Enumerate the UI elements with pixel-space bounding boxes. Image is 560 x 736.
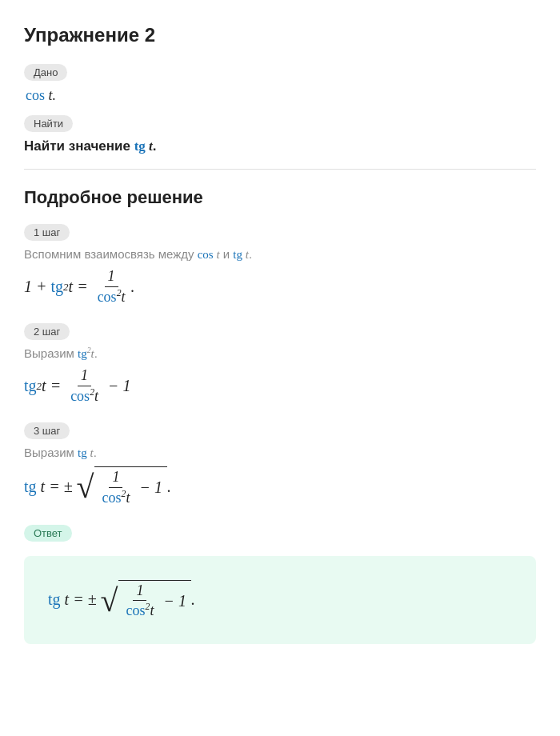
section-divider <box>24 169 536 170</box>
find-badge: Найти <box>24 115 73 132</box>
step-2-description: Выразим tg2t. <box>24 346 536 361</box>
solution-title: Подробное решение <box>24 187 536 208</box>
step-2-formula: tg2t = 1 cos2t − 1 <box>24 367 536 405</box>
step-1-description: Вспомним взаимосвязь между cos t и tg t. <box>24 247 536 262</box>
step-1-section: 1 шаг Вспомним взаимосвязь между cos t и… <box>24 224 536 306</box>
step-3-badge: 3 шаг <box>24 422 70 439</box>
step-1-formula: 1 + tg2t = 1 cos2t . <box>24 268 536 306</box>
answer-formula: tg t = ± √ 1 cos2t − 1 . <box>48 580 512 620</box>
step-2-badge: 2 шаг <box>24 323 70 340</box>
step-3-section: 3 шаг Выразим tg t. tg t = ± √ 1 cos2t −… <box>24 422 536 506</box>
step-1-badge: 1 шаг <box>24 224 70 241</box>
find-section: Найти Найти значение tg t. <box>24 115 536 154</box>
given-section: Дано cos t. <box>24 64 536 104</box>
exercise-title: Упражнение 2 <box>24 24 536 46</box>
answer-section: Ответ tg t = ± √ 1 cos2t − 1 . <box>24 525 536 644</box>
step-3-description: Выразим tg t. <box>24 446 536 460</box>
given-badge: Дано <box>24 64 67 81</box>
find-text: Найти значение tg t. <box>24 138 536 154</box>
answer-box: tg t = ± √ 1 cos2t − 1 . <box>24 556 536 644</box>
answer-badge: Ответ <box>24 525 72 542</box>
step-2-section: 2 шаг Выразим tg2t. tg2t = 1 cos2t − 1 <box>24 323 536 405</box>
step-3-formula: tg t = ± √ 1 cos2t − 1 . <box>24 466 536 506</box>
given-text: cos t. <box>26 87 536 104</box>
